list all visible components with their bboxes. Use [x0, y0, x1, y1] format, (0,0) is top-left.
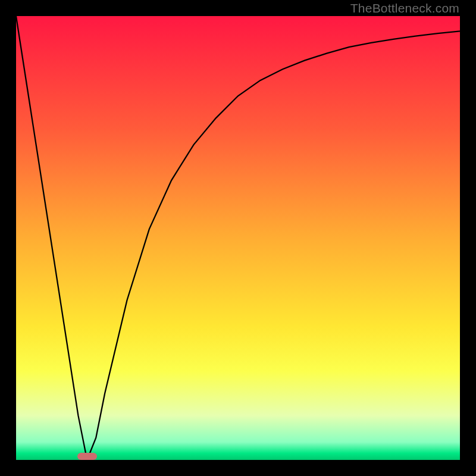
bottleneck-curve-path — [16, 16, 460, 460]
curve-svg — [16, 16, 460, 460]
plot-area — [16, 16, 460, 460]
watermark-text: TheBottleneck.com — [350, 1, 459, 15]
optimal-point-marker — [77, 453, 98, 460]
chart-frame: TheBottleneck.com — [0, 0, 476, 476]
